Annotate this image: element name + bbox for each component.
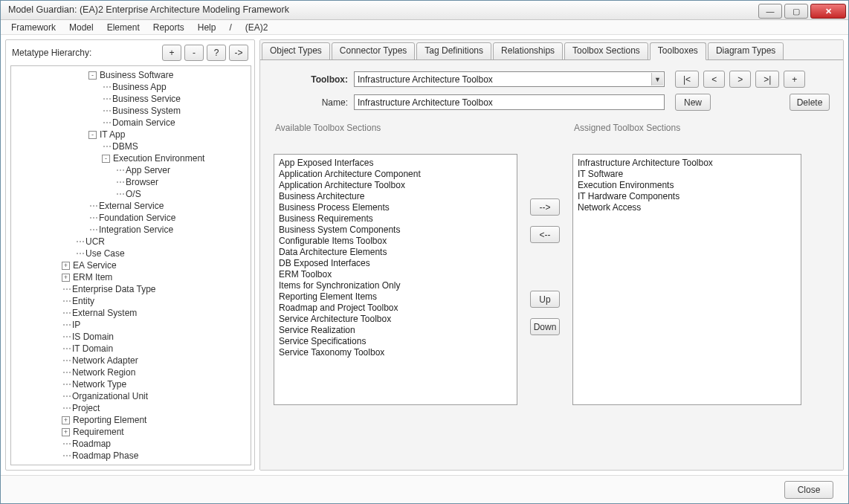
new-button[interactable]: New [675, 94, 711, 111]
tree-node[interactable]: ⋯ Foundation Service [14, 212, 251, 224]
tree-node[interactable]: ⋯ Use Case [14, 248, 251, 259]
close-window-button[interactable]: ✕ [810, 4, 846, 19]
list-item[interactable]: Execution Environments [578, 180, 796, 191]
close-button[interactable]: Close [784, 481, 833, 499]
tree-node[interactable]: ⋯ Business Service [14, 93, 251, 105]
tree-node[interactable]: - Execution Environment [14, 152, 251, 164]
nav-next-button[interactable]: > [729, 71, 751, 88]
list-item[interactable]: Business Architecture [279, 191, 512, 202]
list-item[interactable]: Data Architecture Elements [279, 247, 512, 258]
tree-node[interactable]: ⋯ Entity [14, 295, 251, 307]
move-down-button[interactable]: Down [530, 318, 560, 335]
metatype-tree[interactable]: - Business Software⋯ Business App⋯ Busin… [11, 66, 251, 465]
list-item[interactable]: Items for Synchronization Only [279, 280, 512, 291]
menu-item-reports[interactable]: Reports [153, 22, 184, 33]
tree-node[interactable]: ⋯ UCR [14, 236, 251, 248]
menu-item-element[interactable]: Element [107, 22, 140, 33]
tree-node[interactable]: ⋯ IS Domain [14, 331, 251, 343]
hierarchy-add-button[interactable]: + [162, 45, 181, 61]
tree-node[interactable]: + EA Service [14, 259, 251, 271]
hierarchy-remove-button[interactable]: - [184, 45, 204, 61]
tree-node[interactable]: ⋯ Roadmap Phase [14, 450, 251, 462]
tree-node[interactable]: + ERM Item [14, 271, 251, 283]
tree-node[interactable]: ⋯ IP [14, 319, 251, 331]
tree-node[interactable]: ⋯ O/S [14, 188, 251, 200]
menu-item-help[interactable]: Help [198, 22, 216, 33]
tab-diagram-types[interactable]: Diagram Types [708, 42, 784, 60]
list-item[interactable]: Reporting Element Items [279, 291, 512, 303]
list-item[interactable]: Business System Components [279, 224, 512, 236]
list-item[interactable]: Application Architecture Toolbox [279, 180, 512, 191]
nav-first-button[interactable]: |< [675, 71, 699, 88]
tab-object-types[interactable]: Object Types [262, 42, 330, 60]
list-item[interactable]: App Exposed Interfaces [279, 158, 512, 169]
toolbox-combo[interactable]: Infrastructure Architecture Toolbox ▼ [354, 71, 665, 87]
tree-node[interactable]: ⋯ Integration Service [14, 224, 251, 236]
nav-last-button[interactable]: >| [755, 71, 779, 88]
tree-node[interactable]: ⋯ Enterprise Data Type [14, 283, 251, 295]
tree-node[interactable]: + Reporting Element [14, 414, 251, 426]
list-item[interactable]: Service Taxonomy Toolbox [279, 347, 512, 358]
available-listbox[interactable]: App Exposed InterfacesApplication Archit… [274, 154, 517, 405]
collapse-icon[interactable]: - [88, 131, 97, 139]
expand-icon[interactable]: + [62, 274, 70, 282]
hierarchy-help-button[interactable]: ? [207, 45, 226, 61]
menu-item--ea-2[interactable]: (EA)2 [245, 22, 268, 33]
list-item[interactable]: Business Requirements [279, 213, 512, 224]
tree-node[interactable]: ⋯ Network Region [14, 366, 251, 378]
tree-node[interactable]: ⋯ IT Domain [14, 343, 251, 355]
tree-node[interactable]: ⋯ Roadmap [14, 438, 251, 450]
move-right-button[interactable]: --> [530, 198, 560, 216]
hierarchy-go-button[interactable]: -> [229, 45, 248, 61]
list-item[interactable]: Configurable Items Toolbox [279, 236, 512, 247]
tree-node[interactable]: ⋯ External System [14, 307, 251, 319]
tree-node[interactable]: ⋯ Business System [14, 105, 251, 117]
list-item[interactable]: Service Realization [279, 325, 512, 336]
list-item[interactable]: IT Software [578, 169, 796, 180]
tree-node[interactable]: ⋯ Network Type [14, 378, 251, 390]
list-item[interactable]: DB Exposed Interfaces [279, 258, 512, 269]
list-item[interactable]: Application Architecture Component [279, 169, 512, 180]
collapse-icon[interactable]: - [88, 71, 97, 80]
list-item[interactable]: IT Hardware Components [578, 191, 796, 202]
list-item[interactable]: ERM Toolbox [279, 269, 512, 280]
tree-node[interactable]: ⋯ App Server [14, 164, 251, 176]
tab-relationships[interactable]: Relationships [493, 42, 563, 60]
tab-toolboxes[interactable]: Toolboxes [650, 42, 706, 60]
name-input[interactable]: Infrastructure Architecture Toolbox [354, 94, 665, 110]
expand-icon[interactable]: + [62, 428, 70, 436]
tab-toolbox-sections[interactable]: Toolbox Sections [564, 42, 648, 60]
maximize-button[interactable]: ▢ [784, 4, 808, 19]
list-item[interactable]: Network Access [578, 202, 796, 213]
tree-node[interactable]: ⋯ Organizational Unit [14, 390, 251, 402]
list-item[interactable]: Service Specifications [279, 336, 512, 347]
tab-tag-definitions[interactable]: Tag Definitions [416, 42, 491, 60]
menu-item-framework[interactable]: Framework [11, 22, 56, 33]
tree-node[interactable]: - Business Software [14, 69, 251, 81]
expand-icon[interactable]: + [62, 416, 70, 424]
nav-prev-button[interactable]: < [703, 71, 725, 88]
list-item[interactable]: Roadmap and Project Toolbox [279, 303, 512, 314]
list-item[interactable]: Service Architecture Toolbox [279, 314, 512, 325]
collapse-icon[interactable]: - [102, 155, 110, 163]
menu-item-model[interactable]: Model [69, 22, 94, 33]
tree-node[interactable]: ⋯ External Service [14, 200, 251, 212]
assigned-listbox[interactable]: Infrastructure Architecture ToolboxIT So… [572, 154, 801, 405]
nav-add-button[interactable]: + [784, 71, 805, 88]
tree-node[interactable]: ⋯ DBMS [14, 140, 251, 152]
expand-icon[interactable]: + [62, 262, 70, 270]
tab-connector-types[interactable]: Connector Types [332, 42, 416, 60]
tree-node[interactable]: ⋯ Network Adapter [14, 355, 251, 366]
move-up-button[interactable]: Up [530, 291, 560, 308]
list-item[interactable]: Business Process Elements [279, 202, 512, 213]
tree-node[interactable]: + Requirement [14, 426, 251, 438]
tree-node[interactable]: ⋯ Project [14, 402, 251, 414]
list-item[interactable]: Infrastructure Architecture Toolbox [578, 158, 796, 169]
tree-node[interactable]: ⋯ Browser [14, 176, 251, 188]
delete-button[interactable]: Delete [790, 94, 830, 111]
tree-node[interactable]: ⋯ Business App [14, 81, 251, 93]
move-left-button[interactable]: <-- [530, 226, 560, 243]
tree-node[interactable]: ⋯ Domain Service [14, 117, 251, 129]
minimize-button[interactable]: — [758, 4, 782, 19]
menu-item--[interactable]: / [229, 22, 231, 33]
